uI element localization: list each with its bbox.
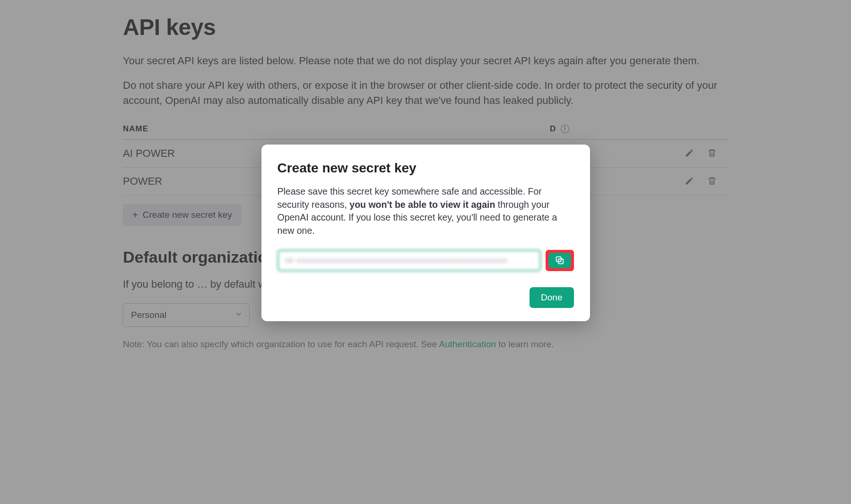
modal-overlay[interactable]: Create new secret key Please save this s… <box>0 0 851 504</box>
copy-icon <box>555 255 565 265</box>
create-secret-key-modal: Create new secret key Please save this s… <box>261 145 590 321</box>
copy-button-highlight <box>546 250 574 271</box>
done-button[interactable]: Done <box>530 287 573 308</box>
modal-description: Please save this secret key somewhere sa… <box>278 185 574 238</box>
modal-title: Create new secret key <box>278 161 574 176</box>
copy-button[interactable] <box>548 253 571 268</box>
secret-key-field[interactable]: sk-xxxxxxxxxxxxxxxxxxxxxxxxxxxxxxxxxxxxx… <box>278 250 541 271</box>
